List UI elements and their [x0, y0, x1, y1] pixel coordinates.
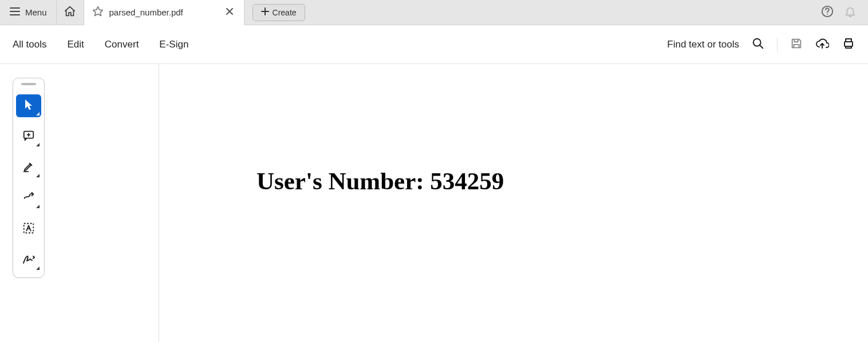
tab-title: parsed_number.pdf [109, 7, 183, 17]
cloud-upload-button[interactable] [815, 37, 829, 53]
document-heading: User's Number: 534259 [257, 167, 868, 195]
main-area: User's Number: 534259 [0, 64, 868, 342]
draw-icon [22, 191, 35, 206]
svg-marker-0 [93, 7, 102, 16]
highlight-tool[interactable] [16, 156, 41, 179]
toolbar-left: All tools Edit Convert E-Sign [13, 39, 188, 50]
save-icon [790, 37, 803, 52]
highlighter-icon [22, 160, 35, 175]
document-viewport[interactable]: User's Number: 534259 [159, 64, 868, 342]
svg-point-2 [827, 14, 828, 15]
help-button[interactable] [821, 5, 834, 20]
print-icon [842, 37, 855, 53]
sign-tool[interactable] [16, 249, 41, 272]
panel-grip[interactable] [21, 83, 36, 85]
menu-label: Menu [25, 7, 47, 17]
save-button[interactable] [790, 37, 803, 52]
divider [777, 38, 778, 51]
menu-button[interactable]: Menu [0, 0, 57, 25]
text-select-tool[interactable] [16, 218, 41, 241]
tabbar-right [821, 5, 868, 20]
all-tools-button[interactable]: All tools [13, 39, 47, 50]
comment-icon [22, 129, 35, 144]
notifications-button[interactable] [844, 5, 857, 20]
create-label: Create [273, 8, 297, 17]
home-button[interactable] [57, 0, 84, 25]
edit-button[interactable]: Edit [68, 39, 84, 50]
close-icon [226, 7, 234, 17]
sidebar [0, 64, 159, 342]
home-icon [64, 5, 76, 20]
search-button[interactable] [752, 37, 764, 52]
esign-button[interactable]: E-Sign [159, 39, 188, 50]
tool-panel[interactable] [13, 78, 45, 278]
help-icon [821, 5, 834, 20]
create-button[interactable]: Create [252, 4, 305, 21]
tab-close-button[interactable] [223, 5, 236, 19]
svg-rect-4 [845, 42, 853, 46]
convert-button[interactable]: Convert [105, 39, 139, 50]
toolbar-right: Find text or tools [667, 37, 855, 53]
bell-icon [844, 5, 857, 20]
plus-icon [261, 7, 269, 17]
toolbar: All tools Edit Convert E-Sign Find text … [0, 25, 868, 64]
cursor-icon [23, 98, 34, 113]
print-button[interactable] [842, 37, 855, 53]
hamburger-icon [9, 6, 21, 19]
tab-bar: Menu parsed_number.pdf Create [0, 0, 868, 25]
draw-tool[interactable] [16, 187, 41, 210]
text-select-icon [22, 222, 35, 237]
comment-tool[interactable] [16, 125, 41, 148]
find-label[interactable]: Find text or tools [667, 39, 739, 50]
select-tool[interactable] [16, 94, 41, 117]
document-tab[interactable]: parsed_number.pdf [84, 0, 244, 25]
star-icon[interactable] [92, 6, 104, 19]
signature-icon [22, 253, 35, 268]
search-icon [752, 37, 764, 52]
cloud-upload-icon [815, 37, 829, 53]
